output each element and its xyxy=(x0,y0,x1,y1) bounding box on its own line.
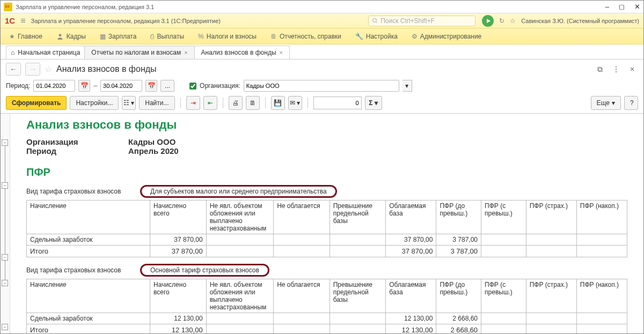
sum-input[interactable] xyxy=(313,97,362,109)
outline-gutter: − − − − − xyxy=(1,114,10,333)
menu-admin[interactable]: ⚙Администрирование xyxy=(406,33,487,40)
tarif-label: Вид тарифа страховых взносов xyxy=(26,188,140,195)
window-titlebar: Зарплата и управление персоналом, редакц… xyxy=(1,1,643,13)
period-picker-button[interactable]: ... xyxy=(160,80,174,92)
menu-nalogi[interactable]: %Налоги и взносы xyxy=(193,33,262,40)
close-page-icon[interactable]: × xyxy=(626,63,638,75)
kebab-menu-icon[interactable]: ⋮ xyxy=(610,63,622,75)
report-table-2: Начисление Начислено всего Не явл. объек… xyxy=(26,279,627,333)
svg-line-1 xyxy=(376,21,378,23)
outline-node[interactable]: − xyxy=(2,280,8,286)
calendar-from-icon[interactable]: 📅 xyxy=(78,80,90,92)
tab-bar: ⌂Начальная страница Отчеты по налогам и … xyxy=(1,44,643,60)
tab-analysis[interactable]: Анализ взносов в фонды× xyxy=(194,46,290,59)
tab-reports[interactable]: Отчеты по налогам и взносам× xyxy=(84,46,194,59)
tarif-label: Вид тарифа страховых взносов xyxy=(26,266,140,274)
page-header: ← → ☆ Анализ взносов в фонды ⧉ ⋮ × xyxy=(1,60,643,79)
save-icon[interactable]: 💾 xyxy=(271,96,285,110)
table-row[interactable]: Сдельный заработок 37 870,00 37 870,00 3… xyxy=(27,234,627,246)
app-logo-icon xyxy=(4,3,12,11)
help-button[interactable]: ? xyxy=(624,96,638,110)
sigma-button[interactable]: Σ ▾ xyxy=(365,96,382,110)
organization-select[interactable] xyxy=(244,80,399,92)
settings-button[interactable]: Настройки... xyxy=(70,96,119,110)
page-title: Анализ взносов в фонды xyxy=(56,64,157,74)
print-settings-icon[interactable]: 🗎 xyxy=(246,96,260,110)
org-dropdown-icon[interactable]: ▾ xyxy=(402,80,412,92)
menu-zarplata[interactable]: ▦Зарплата xyxy=(94,33,142,40)
toolbar: Сформировать Настройки... ☷ ▾ Найти... ⇥… xyxy=(1,93,643,113)
outline-node[interactable]: − xyxy=(2,324,8,330)
appbar-title: Зарплата и управление персоналом, редакц… xyxy=(31,18,369,24)
hamburger-icon[interactable]: ≡ xyxy=(20,16,25,26)
open-new-window-icon[interactable]: ⧉ xyxy=(594,63,606,75)
search-input[interactable]: Поиск Ctrl+Shift+F xyxy=(368,16,475,26)
nav-back-button[interactable]: ← xyxy=(6,63,21,76)
collapse-icon[interactable]: ⇤ xyxy=(203,96,217,110)
tab-close-icon[interactable]: × xyxy=(280,49,283,56)
find-button[interactable]: Найти... xyxy=(139,96,174,110)
close-icon[interactable]: ✕ xyxy=(634,3,640,11)
report-org-value: Кадры ООО xyxy=(128,137,175,146)
report-table-1: Начисление Начислено всего Не явл. объек… xyxy=(26,200,627,257)
expand-icon[interactable]: ⇥ xyxy=(186,96,200,110)
params-bar: Период: 📅 – 📅 ... Организация: ▾ xyxy=(1,79,643,93)
more-button[interactable]: Еще ▾ xyxy=(591,96,621,110)
menu-vyplaty[interactable]: ⎙Выплаты xyxy=(145,33,189,40)
star-icon[interactable]: ☆ xyxy=(510,17,516,25)
tarif-value-2: Основной тариф страховых взносов xyxy=(140,264,269,277)
svg-point-0 xyxy=(373,18,377,22)
maximize-icon[interactable]: ◻ xyxy=(619,3,625,11)
form-button[interactable]: Сформировать xyxy=(6,96,67,110)
calendar-to-icon[interactable]: 📅 xyxy=(145,80,157,92)
table-row[interactable]: Сдельный заработок 12 130,00 12 130,00 2… xyxy=(27,313,627,324)
mail-icon[interactable]: ✉ ▾ xyxy=(288,96,302,110)
brand-icon: 1C xyxy=(5,16,15,25)
app-bar: 1C ≡ Зарплата и управление персоналом, р… xyxy=(1,13,643,28)
menu-kadry[interactable]: Кадры xyxy=(51,33,91,40)
main-menu: ★Главное Кадры ▦Зарплата ⎙Выплаты %Налог… xyxy=(1,28,643,44)
nav-forward-button[interactable]: → xyxy=(25,63,40,76)
table-total-row[interactable]: Итого 37 870,00 37 870,00 3 787,00 xyxy=(27,246,627,257)
report-period-value: Апрель 2020 xyxy=(128,146,179,155)
settings-dropdown-icon[interactable]: ☷ ▾ xyxy=(122,96,136,110)
table-total-row[interactable]: Итого 12 130,00 12 130,00 2 668,60 xyxy=(27,324,627,334)
window-title: Зарплата и управление персоналом, редакц… xyxy=(16,4,605,10)
outline-node[interactable]: − xyxy=(2,139,8,146)
date-from-input[interactable] xyxy=(33,80,75,92)
favorite-icon[interactable]: ☆ xyxy=(45,64,52,75)
minimize-icon[interactable]: – xyxy=(605,3,609,11)
tarif-value-1: Для субъектов малого или среднего предпр… xyxy=(140,185,337,198)
user-name[interactable]: Савинская З.Ю. (Системный программист) xyxy=(521,18,639,24)
period-label: Период: xyxy=(6,82,30,90)
svg-point-2 xyxy=(59,34,62,36)
outline-node[interactable]: − xyxy=(2,182,8,189)
menu-nastroika[interactable]: 🔧Настройка xyxy=(350,33,403,40)
report-period-label: Период xyxy=(26,146,128,155)
history-icon[interactable]: ↻ xyxy=(499,17,504,25)
run-button[interactable] xyxy=(482,15,494,27)
search-placeholder: Поиск Ctrl+Shift+F xyxy=(380,17,435,25)
tab-home[interactable]: ⌂Начальная страница xyxy=(6,46,85,59)
report-title: Анализ взносов в фонды xyxy=(26,118,633,132)
tab-close-icon[interactable]: × xyxy=(184,49,187,56)
search-icon xyxy=(372,18,378,24)
print-icon[interactable]: 🖨 xyxy=(229,96,243,110)
person-icon xyxy=(56,33,64,40)
org-checkbox[interactable]: Организация: xyxy=(187,81,240,91)
report-area[interactable]: − − − − − Анализ взносов в фонды Организ… xyxy=(1,113,643,333)
date-to-input[interactable] xyxy=(100,80,142,92)
report-section: ПФР xyxy=(26,166,633,179)
home-icon: ⌂ xyxy=(11,49,14,56)
report-org-label: Организация xyxy=(26,137,128,146)
menu-otchet[interactable]: 🗎Отчетность, справки xyxy=(265,33,347,40)
menu-main[interactable]: ★Главное xyxy=(4,33,48,40)
outline-node[interactable]: − xyxy=(2,254,8,261)
